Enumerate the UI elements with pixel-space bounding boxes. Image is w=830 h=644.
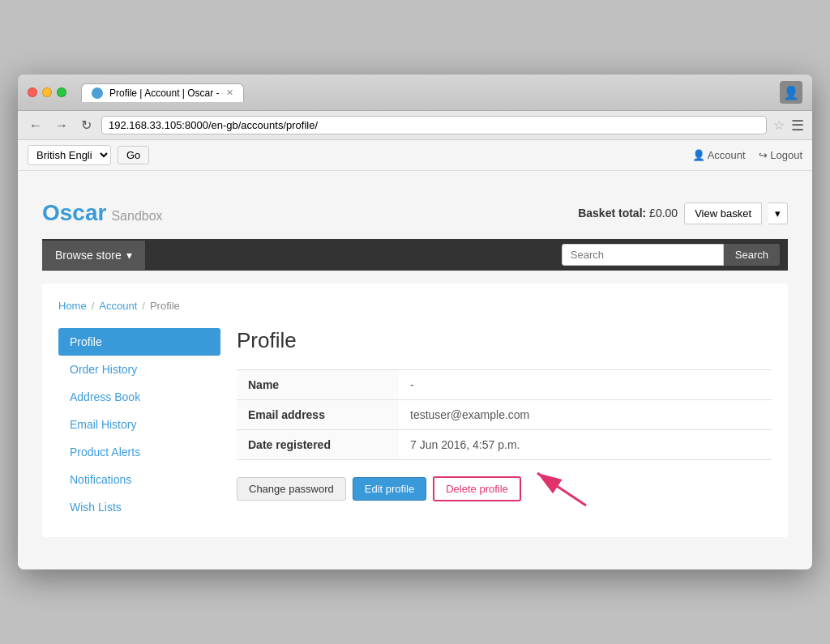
field-value: testuser@example.com bbox=[399, 400, 772, 430]
logout-label: Logout bbox=[770, 149, 802, 161]
breadcrumb: Home / Account / Profile bbox=[58, 300, 772, 312]
basket-total: Basket total: £0.00 bbox=[578, 207, 678, 220]
tab-bar: Profile | Account | Oscar - ✕ bbox=[81, 83, 773, 102]
breadcrumb-current: Profile bbox=[150, 300, 180, 312]
close-button[interactable] bbox=[28, 87, 37, 97]
account-label: Account bbox=[708, 149, 746, 161]
address-input[interactable] bbox=[101, 116, 767, 134]
browser-profile-icon: 👤 bbox=[780, 81, 802, 104]
field-value: - bbox=[399, 370, 772, 400]
browser-tab[interactable]: Profile | Account | Oscar - ✕ bbox=[81, 83, 244, 102]
traffic-lights bbox=[28, 87, 66, 97]
breadcrumb-sep-1: / bbox=[92, 300, 95, 312]
sidebar-item-product-alerts[interactable]: Product Alerts bbox=[58, 438, 220, 466]
field-label: Date registered bbox=[237, 430, 399, 460]
basket-amount: £0.00 bbox=[649, 207, 678, 220]
basket-area: Basket total: £0.00 View basket ▾ bbox=[578, 203, 788, 224]
field-value: 7 Jun 2016, 4:57 p.m. bbox=[399, 430, 772, 460]
field-label: Email address bbox=[237, 400, 399, 430]
arrow-annotation bbox=[529, 465, 594, 514]
menu-icon[interactable]: ☰ bbox=[791, 117, 804, 134]
main-layout: Profile Order History Address Book Email… bbox=[58, 328, 772, 521]
address-bar: ← → ↻ ☆ ☰ bbox=[18, 111, 812, 140]
view-basket-button[interactable]: View basket bbox=[684, 203, 762, 224]
go-button[interactable]: Go bbox=[118, 146, 149, 164]
table-row: Name - bbox=[237, 370, 772, 400]
white-panel: Home / Account / Profile Profile Order H… bbox=[42, 284, 788, 537]
profile-table: Name - Email address testuser@example.co… bbox=[237, 369, 772, 460]
search-input[interactable] bbox=[562, 244, 724, 266]
sidebar-item-email-history[interactable]: Email History bbox=[58, 411, 220, 438]
tab-close-icon[interactable]: ✕ bbox=[226, 87, 233, 98]
browse-store-button[interactable]: Browse store ▾ bbox=[42, 241, 145, 270]
browse-store-label: Browse store bbox=[55, 249, 122, 262]
basket-label: Basket total: bbox=[578, 207, 646, 220]
browser-toolbar: British Engli Go 👤 Account ↪ Logout bbox=[18, 140, 812, 171]
logout-link[interactable]: ↪ Logout bbox=[759, 149, 802, 161]
nav-bar: Browse store ▾ Search bbox=[42, 239, 788, 271]
sidebar-item-address-book[interactable]: Address Book bbox=[58, 383, 220, 411]
svg-line-1 bbox=[537, 473, 586, 505]
action-buttons: Change password Edit profile Delete prof… bbox=[237, 476, 772, 501]
account-link[interactable]: 👤 Account bbox=[692, 149, 746, 161]
sidebar-item-notifications[interactable]: Notifications bbox=[58, 466, 220, 493]
sidebar-item-profile[interactable]: Profile bbox=[58, 328, 220, 356]
oscar-brand: Oscar bbox=[42, 200, 106, 226]
browse-store-dropdown-icon: ▾ bbox=[126, 249, 132, 262]
title-bar: Profile | Account | Oscar - ✕ 👤 bbox=[18, 75, 812, 111]
toolbar-right: 👤 Account ↪ Logout bbox=[692, 149, 802, 161]
browser-window: Profile | Account | Oscar - ✕ 👤 ← → ↻ ☆ … bbox=[18, 75, 812, 569]
page-content: Oscar Sandbox Basket total: £0.00 View b… bbox=[18, 171, 812, 569]
bookmark-icon[interactable]: ☆ bbox=[773, 117, 785, 133]
page-title: Profile bbox=[237, 328, 772, 353]
refresh-button[interactable]: ↻ bbox=[78, 116, 95, 134]
delete-profile-wrapper: Delete profile bbox=[433, 476, 521, 501]
sidebar-item-wish-lists[interactable]: Wish Lists bbox=[58, 493, 220, 521]
sidebar: Profile Order History Address Book Email… bbox=[58, 328, 220, 521]
search-area: Search bbox=[554, 239, 788, 271]
oscar-subtitle: Sandbox bbox=[111, 209, 162, 224]
logout-icon: ↪ bbox=[759, 149, 768, 161]
delete-profile-button[interactable]: Delete profile bbox=[433, 476, 521, 501]
change-password-button[interactable]: Change password bbox=[237, 477, 346, 501]
forward-button[interactable]: → bbox=[52, 117, 71, 134]
sidebar-item-order-history[interactable]: Order History bbox=[58, 356, 220, 383]
breadcrumb-home[interactable]: Home bbox=[58, 300, 87, 312]
back-button[interactable]: ← bbox=[26, 117, 45, 134]
content-area: Profile Name - Email address testuser@ex… bbox=[237, 328, 772, 521]
edit-profile-button[interactable]: Edit profile bbox=[353, 477, 426, 501]
table-row: Email address testuser@example.com bbox=[237, 400, 772, 430]
search-button[interactable]: Search bbox=[724, 244, 780, 266]
field-label: Name bbox=[237, 370, 399, 400]
oscar-logo: Oscar Sandbox bbox=[42, 200, 163, 226]
breadcrumb-account[interactable]: Account bbox=[99, 300, 137, 312]
view-basket-dropdown[interactable]: ▾ bbox=[768, 203, 788, 224]
language-select[interactable]: British Engli bbox=[28, 145, 111, 165]
table-row: Date registered 7 Jun 2016, 4:57 p.m. bbox=[237, 430, 772, 460]
tab-favicon bbox=[92, 87, 103, 99]
oscar-header: Oscar Sandbox Basket total: £0.00 View b… bbox=[42, 187, 788, 239]
minimize-button[interactable] bbox=[42, 87, 52, 97]
tab-title: Profile | Account | Oscar - bbox=[109, 87, 220, 99]
breadcrumb-sep-2: / bbox=[142, 300, 145, 312]
maximize-button[interactable] bbox=[57, 87, 66, 97]
account-icon: 👤 bbox=[692, 149, 705, 161]
